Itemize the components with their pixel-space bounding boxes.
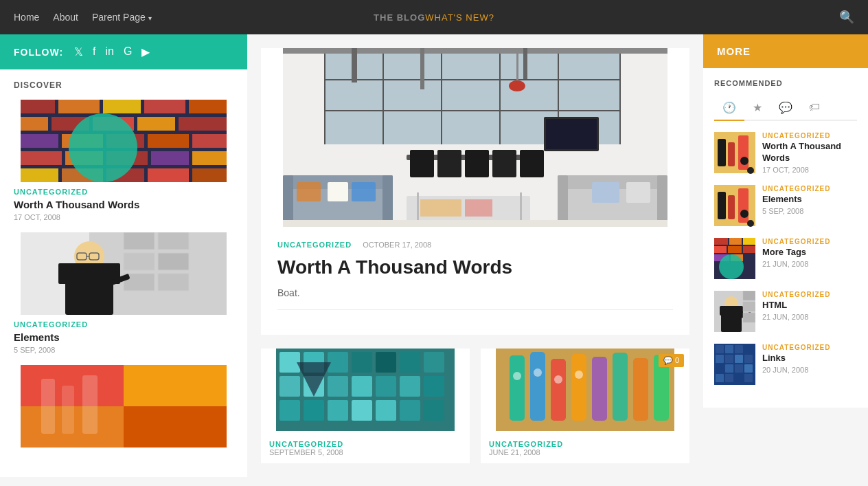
discover-item-2[interactable]: UNCATEGORIZED Elements 5 SEP, 2008: [14, 232, 233, 354]
svg-rect-54: [441, 48, 442, 144]
nav-home[interactable]: Home: [14, 1, 39, 34]
svg-rect-70: [437, 150, 461, 177]
rec-tab-recent[interactable]: 🕐: [714, 96, 744, 121]
svg-rect-63: [523, 48, 527, 79]
main-article-image: [261, 48, 689, 227]
google-icon[interactable]: G: [124, 45, 132, 58]
rss-icon[interactable]: ▶: [141, 45, 150, 58]
svg-rect-113: [376, 400, 396, 421]
svg-rect-174: [744, 374, 753, 382]
main-content: UNCATEGORIZED OCTOBER 17, 2008 Worth A T…: [247, 34, 703, 477]
rec-item-3-cat: UNCATEGORIZED: [762, 238, 830, 245]
svg-rect-44: [124, 365, 227, 406]
rec-item-2[interactable]: UNCATEGORIZED Elements 5 SEP, 2008: [714, 185, 857, 228]
main-article: UNCATEGORIZED OCTOBER 17, 2008 Worth A T…: [261, 48, 689, 335]
svg-rect-170: [744, 364, 753, 373]
rec-item-4[interactable]: UNCATEGORIZED HTML 21 JUN, 2008: [714, 291, 857, 334]
right-sidebar: MORE RECOMMENDED 🕐 ★ 💬 🏷: [703, 34, 868, 477]
svg-point-134: [740, 157, 749, 165]
rec-item-3[interactable]: UNCATEGORIZED More Tags 21 JUN, 2008: [714, 238, 857, 281]
svg-rect-92: [283, 220, 667, 227]
svg-rect-121: [571, 354, 586, 421]
recommended-label: RECOMMENDED: [714, 79, 857, 87]
svg-rect-14: [148, 134, 189, 148]
svg-rect-57: [619, 48, 621, 144]
nav-parent-page[interactable]: Parent Page ▾: [92, 1, 152, 34]
discover-item-1-title: Worth A Thousand Words: [14, 199, 233, 210]
svg-rect-153: [720, 306, 743, 316]
rec-item-5-body: UNCATEGORIZED Links 20 JUN, 2008: [762, 344, 830, 374]
linkedin-icon[interactable]: in: [106, 45, 114, 58]
svg-rect-79: [328, 182, 348, 201]
top-navigation: Home About Parent Page ▾ THE BLOG WHAT'S…: [0, 0, 868, 34]
grid-item-1-body: UNCATEGORIZED SEPTEMBER 5, 2008: [261, 433, 470, 463]
search-button[interactable]: 🔍: [839, 10, 854, 25]
svg-rect-119: [530, 352, 545, 421]
svg-rect-102: [279, 376, 300, 397]
nav-links: Home About Parent Page ▾: [14, 1, 152, 34]
article-excerpt: Boat.: [277, 287, 673, 298]
grid-item-2[interactable]: 💬 0 UNCATEGORIZED JUNE 21, 2008: [481, 349, 689, 463]
rec-item-4-cat: UNCATEGORIZED: [762, 291, 830, 298]
svg-rect-104: [328, 376, 348, 397]
svg-rect-138: [728, 195, 735, 219]
article-grid: UNCATEGORIZED SEPTEMBER 5, 2008: [261, 349, 689, 463]
svg-rect-141: [714, 238, 728, 245]
grid-item-1-date: SEPTEMBER 5, 2008: [269, 448, 461, 456]
rec-item-1-body: UNCATEGORIZED Worth A Thousand Words 17 …: [762, 132, 857, 174]
discover-item-1[interactable]: UNCATEGORIZED Worth A Thousand Words 17 …: [14, 100, 233, 221]
svg-rect-169: [735, 364, 743, 373]
svg-rect-10: [179, 117, 227, 131]
svg-rect-62: [420, 48, 424, 89]
svg-rect-120: [551, 359, 566, 421]
twitter-icon[interactable]: 𝕏: [74, 45, 83, 58]
svg-rect-77: [382, 175, 393, 227]
svg-point-127: [534, 368, 542, 377]
svg-rect-172: [725, 374, 733, 382]
rec-item-5[interactable]: UNCATEGORIZED Links 20 JUN, 2008: [714, 344, 857, 387]
svg-rect-155: [743, 291, 755, 300]
svg-rect-9: [137, 117, 175, 131]
follow-bar: FOLLOW: 𝕏 f in G ▶: [0, 34, 247, 69]
svg-rect-107: [400, 376, 420, 397]
grid-item-2-body: UNCATEGORIZED JUNE 21, 2008: [481, 433, 689, 463]
rec-item-1-cat: UNCATEGORIZED: [762, 132, 857, 140]
svg-rect-48: [62, 386, 74, 434]
svg-rect-157: [743, 313, 755, 322]
svg-rect-55: [499, 48, 501, 144]
svg-rect-40: [158, 274, 189, 291]
rec-item-1-date: 17 OCT, 2008: [762, 166, 857, 174]
rec-tab-comments[interactable]: 💬: [770, 96, 801, 121]
svg-rect-71: [465, 150, 489, 177]
svg-rect-37: [124, 253, 155, 270]
recommended-section: RECOMMENDED 🕐 ★ 💬 🏷: [703, 68, 868, 408]
svg-rect-59: [324, 110, 619, 111]
svg-rect-78: [297, 182, 321, 201]
svg-rect-156: [743, 302, 755, 311]
svg-rect-123: [613, 353, 628, 421]
svg-rect-5: [189, 100, 227, 113]
nav-about[interactable]: About: [53, 1, 78, 34]
discover-item-3[interactable]: [14, 365, 233, 448]
svg-rect-6: [21, 117, 48, 131]
svg-rect-110: [304, 400, 324, 421]
svg-rect-161: [735, 345, 743, 353]
svg-rect-165: [735, 355, 743, 363]
facebook-icon[interactable]: f: [93, 45, 95, 58]
svg-rect-146: [743, 246, 755, 253]
rec-tab-tags[interactable]: 🏷: [801, 96, 828, 121]
svg-rect-89: [657, 175, 667, 227]
svg-rect-88: [558, 175, 568, 227]
rec-item-5-img-wrap: [714, 344, 755, 387]
rec-item-1[interactable]: UNCATEGORIZED Worth A Thousand Words 17 …: [714, 132, 857, 175]
rec-item-1-title: Worth A Thousand Words: [762, 141, 857, 164]
svg-rect-143: [743, 238, 755, 245]
rec-tab-popular[interactable]: ★: [744, 96, 770, 121]
grid-item-1[interactable]: UNCATEGORIZED SEPTEMBER 5, 2008: [261, 349, 470, 463]
svg-rect-101: [424, 352, 444, 373]
rec-item-3-body: UNCATEGORIZED More Tags 21 JUN, 2008: [762, 238, 830, 268]
comment-count: 0: [675, 356, 679, 364]
discover-img-1: [14, 100, 233, 182]
svg-rect-67: [546, 119, 597, 149]
svg-point-126: [513, 372, 521, 380]
